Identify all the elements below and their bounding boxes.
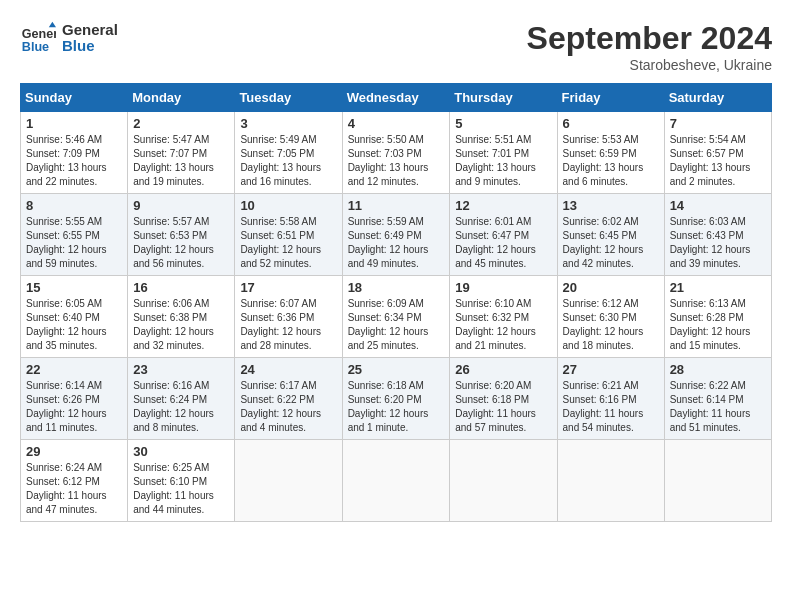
- day-number: 24: [240, 362, 336, 377]
- table-row: 22 Sunrise: 6:14 AM Sunset: 6:26 PM Dayl…: [21, 358, 128, 440]
- sunset-time: Sunset: 6:20 PM: [348, 394, 422, 405]
- table-row: [235, 440, 342, 522]
- sunrise-time: Sunrise: 5:54 AM: [670, 134, 746, 145]
- daylight-hours: Daylight: 12 hours and 52 minutes.: [240, 244, 321, 269]
- sunset-time: Sunset: 6:53 PM: [133, 230, 207, 241]
- table-row: 26 Sunrise: 6:20 AM Sunset: 6:18 PM Dayl…: [450, 358, 557, 440]
- table-row: 30 Sunrise: 6:25 AM Sunset: 6:10 PM Dayl…: [128, 440, 235, 522]
- day-info: Sunrise: 5:55 AM Sunset: 6:55 PM Dayligh…: [26, 215, 122, 271]
- location-subtitle: Starobesheve, Ukraine: [527, 57, 772, 73]
- sunset-time: Sunset: 6:49 PM: [348, 230, 422, 241]
- sunrise-time: Sunrise: 5:55 AM: [26, 216, 102, 227]
- daylight-hours: Daylight: 12 hours and 28 minutes.: [240, 326, 321, 351]
- day-info: Sunrise: 6:01 AM Sunset: 6:47 PM Dayligh…: [455, 215, 551, 271]
- day-info: Sunrise: 6:06 AM Sunset: 6:38 PM Dayligh…: [133, 297, 229, 353]
- sunset-time: Sunset: 6:38 PM: [133, 312, 207, 323]
- table-row: 18 Sunrise: 6:09 AM Sunset: 6:34 PM Dayl…: [342, 276, 450, 358]
- calendar-table: Sunday Monday Tuesday Wednesday Thursday…: [20, 83, 772, 522]
- day-number: 7: [670, 116, 766, 131]
- day-info: Sunrise: 5:47 AM Sunset: 7:07 PM Dayligh…: [133, 133, 229, 189]
- day-number: 12: [455, 198, 551, 213]
- sunrise-time: Sunrise: 6:21 AM: [563, 380, 639, 391]
- day-number: 9: [133, 198, 229, 213]
- daylight-hours: Daylight: 12 hours and 35 minutes.: [26, 326, 107, 351]
- day-number: 13: [563, 198, 659, 213]
- table-row: 24 Sunrise: 6:17 AM Sunset: 6:22 PM Dayl…: [235, 358, 342, 440]
- daylight-hours: Daylight: 12 hours and 25 minutes.: [348, 326, 429, 351]
- day-number: 17: [240, 280, 336, 295]
- sunset-time: Sunset: 6:24 PM: [133, 394, 207, 405]
- table-row: [450, 440, 557, 522]
- day-number: 29: [26, 444, 122, 459]
- day-number: 23: [133, 362, 229, 377]
- header-friday: Friday: [557, 84, 664, 112]
- sunset-time: Sunset: 6:59 PM: [563, 148, 637, 159]
- logo-line1: General: [62, 22, 118, 39]
- sunrise-time: Sunrise: 5:58 AM: [240, 216, 316, 227]
- table-row: 10 Sunrise: 5:58 AM Sunset: 6:51 PM Dayl…: [235, 194, 342, 276]
- sunset-time: Sunset: 6:32 PM: [455, 312, 529, 323]
- header-saturday: Saturday: [664, 84, 771, 112]
- table-row: 3 Sunrise: 5:49 AM Sunset: 7:05 PM Dayli…: [235, 112, 342, 194]
- daylight-hours: Daylight: 11 hours and 44 minutes.: [133, 490, 214, 515]
- day-number: 30: [133, 444, 229, 459]
- calendar-header-row: Sunday Monday Tuesday Wednesday Thursday…: [21, 84, 772, 112]
- day-number: 18: [348, 280, 445, 295]
- sunrise-time: Sunrise: 5:46 AM: [26, 134, 102, 145]
- calendar-week-2: 8 Sunrise: 5:55 AM Sunset: 6:55 PM Dayli…: [21, 194, 772, 276]
- day-number: 21: [670, 280, 766, 295]
- daylight-hours: Daylight: 13 hours and 22 minutes.: [26, 162, 107, 187]
- sunrise-time: Sunrise: 6:17 AM: [240, 380, 316, 391]
- day-number: 6: [563, 116, 659, 131]
- table-row: 15 Sunrise: 6:05 AM Sunset: 6:40 PM Dayl…: [21, 276, 128, 358]
- sunrise-time: Sunrise: 5:47 AM: [133, 134, 209, 145]
- day-info: Sunrise: 6:12 AM Sunset: 6:30 PM Dayligh…: [563, 297, 659, 353]
- sunrise-time: Sunrise: 6:18 AM: [348, 380, 424, 391]
- day-number: 27: [563, 362, 659, 377]
- table-row: 19 Sunrise: 6:10 AM Sunset: 6:32 PM Dayl…: [450, 276, 557, 358]
- table-row: 20 Sunrise: 6:12 AM Sunset: 6:30 PM Dayl…: [557, 276, 664, 358]
- calendar-week-3: 15 Sunrise: 6:05 AM Sunset: 6:40 PM Dayl…: [21, 276, 772, 358]
- day-info: Sunrise: 6:18 AM Sunset: 6:20 PM Dayligh…: [348, 379, 445, 435]
- sunset-time: Sunset: 6:43 PM: [670, 230, 744, 241]
- sunset-time: Sunset: 6:36 PM: [240, 312, 314, 323]
- sunset-time: Sunset: 6:45 PM: [563, 230, 637, 241]
- table-row: 4 Sunrise: 5:50 AM Sunset: 7:03 PM Dayli…: [342, 112, 450, 194]
- sunrise-time: Sunrise: 6:05 AM: [26, 298, 102, 309]
- sunrise-time: Sunrise: 5:50 AM: [348, 134, 424, 145]
- day-info: Sunrise: 6:05 AM Sunset: 6:40 PM Dayligh…: [26, 297, 122, 353]
- table-row: 29 Sunrise: 6:24 AM Sunset: 6:12 PM Dayl…: [21, 440, 128, 522]
- sunrise-time: Sunrise: 6:01 AM: [455, 216, 531, 227]
- day-number: 20: [563, 280, 659, 295]
- daylight-hours: Daylight: 13 hours and 2 minutes.: [670, 162, 751, 187]
- sunset-time: Sunset: 6:16 PM: [563, 394, 637, 405]
- logo: General Blue General Blue: [20, 20, 118, 56]
- sunrise-time: Sunrise: 6:03 AM: [670, 216, 746, 227]
- day-number: 22: [26, 362, 122, 377]
- day-info: Sunrise: 6:02 AM Sunset: 6:45 PM Dayligh…: [563, 215, 659, 271]
- daylight-hours: Daylight: 12 hours and 18 minutes.: [563, 326, 644, 351]
- daylight-hours: Daylight: 12 hours and 15 minutes.: [670, 326, 751, 351]
- sunset-time: Sunset: 6:47 PM: [455, 230, 529, 241]
- daylight-hours: Daylight: 11 hours and 57 minutes.: [455, 408, 536, 433]
- page-header: General Blue General Blue September 2024…: [20, 20, 772, 73]
- day-number: 28: [670, 362, 766, 377]
- sunrise-time: Sunrise: 6:14 AM: [26, 380, 102, 391]
- day-info: Sunrise: 6:20 AM Sunset: 6:18 PM Dayligh…: [455, 379, 551, 435]
- day-info: Sunrise: 6:09 AM Sunset: 6:34 PM Dayligh…: [348, 297, 445, 353]
- sunset-time: Sunset: 6:57 PM: [670, 148, 744, 159]
- day-info: Sunrise: 6:17 AM Sunset: 6:22 PM Dayligh…: [240, 379, 336, 435]
- table-row: 5 Sunrise: 5:51 AM Sunset: 7:01 PM Dayli…: [450, 112, 557, 194]
- daylight-hours: Daylight: 11 hours and 54 minutes.: [563, 408, 644, 433]
- table-row: 25 Sunrise: 6:18 AM Sunset: 6:20 PM Dayl…: [342, 358, 450, 440]
- daylight-hours: Daylight: 12 hours and 42 minutes.: [563, 244, 644, 269]
- daylight-hours: Daylight: 13 hours and 9 minutes.: [455, 162, 536, 187]
- day-info: Sunrise: 6:21 AM Sunset: 6:16 PM Dayligh…: [563, 379, 659, 435]
- calendar-week-5: 29 Sunrise: 6:24 AM Sunset: 6:12 PM Dayl…: [21, 440, 772, 522]
- daylight-hours: Daylight: 12 hours and 8 minutes.: [133, 408, 214, 433]
- sunset-time: Sunset: 6:55 PM: [26, 230, 100, 241]
- table-row: 28 Sunrise: 6:22 AM Sunset: 6:14 PM Dayl…: [664, 358, 771, 440]
- table-row: 6 Sunrise: 5:53 AM Sunset: 6:59 PM Dayli…: [557, 112, 664, 194]
- sunset-time: Sunset: 6:18 PM: [455, 394, 529, 405]
- sunset-time: Sunset: 6:12 PM: [26, 476, 100, 487]
